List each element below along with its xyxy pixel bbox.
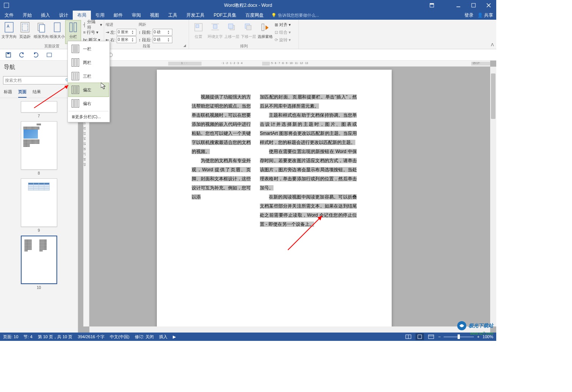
selection-pane-button[interactable]: 选择窗格 xyxy=(257,20,273,44)
tell-me-input[interactable]: 💡 告诉我您想要做什么... xyxy=(268,11,322,20)
columns-option-more[interactable]: ≣ 更多分栏(C)... xyxy=(69,112,109,121)
watermark: 极光下载站 www.xz7.com xyxy=(456,320,493,331)
window-controls xyxy=(424,0,496,11)
columns-option-two[interactable]: 两栏 xyxy=(69,56,109,69)
position-button[interactable]: 位置 xyxy=(191,20,206,44)
text-direction-button[interactable]: A文字方向 xyxy=(2,20,17,44)
indent-right-row: ⇤右:0 厘米▲▼ xyxy=(106,36,136,44)
bring-forward-button[interactable]: 上移一层 xyxy=(224,20,240,44)
send-backward-button[interactable]: 下移一层 xyxy=(241,20,256,44)
tab-insert[interactable]: 插入 xyxy=(36,11,55,20)
group-button[interactable]: ⊡组合▾ xyxy=(275,28,291,36)
space-before-row: ↕段前:0 磅▲▼ xyxy=(139,28,172,36)
wrap-text-button[interactable]: 环绕文字 xyxy=(207,20,223,44)
status-macro-icon[interactable]: ▶ xyxy=(173,334,176,339)
tab-design[interactable]: 设计 xyxy=(55,11,73,20)
vertical-scrollbar[interactable] xyxy=(490,67,496,326)
thumb-page-7[interactable]: 7 xyxy=(0,101,78,118)
align-button[interactable]: ⊞对齐▾ xyxy=(275,21,291,28)
status-page-count[interactable]: 第 10 页，共 10 页 xyxy=(38,334,73,340)
watermark-logo-icon xyxy=(456,320,467,331)
orientation-button[interactable]: 纸张方向 xyxy=(34,20,49,44)
tab-references[interactable]: 引用 xyxy=(91,11,109,20)
scrollbar-thumb[interactable] xyxy=(491,73,495,119)
tab-layout[interactable]: 布局 xyxy=(73,11,91,20)
tab-tools[interactable]: 工具 xyxy=(164,11,182,20)
indent-left-icon: ⇥ xyxy=(106,30,109,35)
paragraph-dialog-launcher[interactable]: ◢ xyxy=(183,44,188,48)
redo-button[interactable] xyxy=(32,51,39,59)
svg-rect-31 xyxy=(47,53,52,57)
login-button[interactable]: 登录 xyxy=(464,12,474,19)
line-numbers-button[interactable]: ≡行号▾ xyxy=(83,28,102,36)
collapse-ribbon-icon[interactable]: ᐱ xyxy=(491,42,494,47)
align-icon: ⊞ xyxy=(275,22,278,27)
thumb-page-8[interactable]: ████ ████████████████████ ██████████████… xyxy=(0,121,78,175)
nav-tab-headings[interactable]: 标题 xyxy=(4,87,12,98)
status-track-changes[interactable]: 修订: 关闭 xyxy=(135,334,154,340)
dropdown-arrow-icon: ▾ xyxy=(100,22,102,27)
svg-marker-26 xyxy=(266,25,269,30)
tab-file[interactable]: 文件 xyxy=(0,11,18,20)
document-column-right: 加匹配的封面、页眉和提要栏。单击"插入"，然后从不同库中选择所需元素。 主题和样… xyxy=(260,92,357,229)
tab-home[interactable]: 开始 xyxy=(18,11,36,20)
columns-dropdown-menu: 一栏 两栏 三栏 偏左 偏右 ≣ 更多分栏(C)... xyxy=(67,41,110,122)
orientation-icon xyxy=(35,21,47,33)
save-button[interactable] xyxy=(5,51,12,59)
share-button[interactable]: 👤 共享 xyxy=(477,12,493,19)
horizontal-scrollbar[interactable] xyxy=(89,326,490,333)
undo-button[interactable] xyxy=(18,51,26,59)
ribbon-display-options-icon[interactable] xyxy=(424,0,439,11)
thumb-page-10[interactable]: ████████████████████████████████████████… xyxy=(0,236,78,290)
lightbulb-icon: 💡 xyxy=(271,13,277,18)
tab-pdf[interactable]: PDF工具集 xyxy=(209,11,241,20)
svg-rect-22 xyxy=(228,24,233,28)
document-page[interactable]: 视频提供了功能强大的方法帮助您证明您的观点。当您单击联机视频时，可以在想要添加的… xyxy=(157,70,392,333)
svg-rect-10 xyxy=(22,24,28,31)
close-button[interactable] xyxy=(481,0,496,11)
title-bar: Word教程2.docx - Word xyxy=(0,0,496,11)
zoom-slider[interactable] xyxy=(444,336,474,337)
svg-rect-28 xyxy=(7,53,9,54)
status-section[interactable]: 节: 4 xyxy=(23,334,32,340)
nav-search-input[interactable]: 搜索文档 🔍▾ xyxy=(3,76,75,84)
columns-button[interactable]: 分栏 xyxy=(66,20,81,44)
columns-option-right[interactable]: 偏右 xyxy=(69,97,109,110)
indent-right-input[interactable]: 0 厘米▲▼ xyxy=(117,36,136,43)
nav-tab-results[interactable]: 结果 xyxy=(33,87,41,98)
indent-left-input[interactable]: 0 厘米▲▼ xyxy=(117,29,136,36)
columns-option-one[interactable]: 一栏 xyxy=(69,42,109,56)
tab-review[interactable]: 审阅 xyxy=(127,11,145,20)
minimize-button[interactable] xyxy=(451,0,466,11)
zoom-out-button[interactable]: − xyxy=(438,334,441,339)
space-after-input[interactable]: 0 磅▲▼ xyxy=(153,36,172,43)
svg-rect-42 xyxy=(418,335,422,339)
margins-button[interactable]: 页边距 xyxy=(17,20,33,44)
spacing-header: 间距 xyxy=(139,21,172,28)
rotate-button[interactable]: ⟳旋转▾ xyxy=(275,36,291,44)
tab-mailings[interactable]: 邮件 xyxy=(109,11,127,20)
tab-baidu[interactable]: 百度网盘 xyxy=(241,11,268,20)
size-button[interactable]: 纸张大小 xyxy=(50,20,65,44)
print-layout-button[interactable] xyxy=(416,333,424,340)
status-word-count[interactable]: 394/2616 个字 xyxy=(78,334,105,340)
qat-btn-4[interactable] xyxy=(45,51,53,59)
space-before-input[interactable]: 0 磅▲▼ xyxy=(153,29,172,36)
svg-rect-2 xyxy=(430,3,434,5)
breaks-button[interactable]: ┤分隔符▾ xyxy=(83,21,102,28)
read-mode-button[interactable] xyxy=(404,333,413,340)
thumb-page-9[interactable]: 9 xyxy=(0,178,78,233)
maximize-button[interactable] xyxy=(466,0,481,11)
indent-left-row: ⇥左:0 厘米▲▼ xyxy=(106,28,136,36)
web-layout-button[interactable] xyxy=(427,333,435,340)
status-language[interactable]: 中文(中国) xyxy=(110,334,129,340)
horizontal-ruler[interactable]: 1 · · · 1 · 2 · 1 · 2 · 3 · 4 · 5 · 6 · … xyxy=(89,61,490,67)
page-thumbnails: 7 ████ ████████████████████ ████████████… xyxy=(0,98,78,333)
nav-tab-pages[interactable]: 页面 xyxy=(18,87,27,98)
svg-rect-15 xyxy=(74,23,77,32)
columns-option-three[interactable]: 三栏 xyxy=(69,69,109,83)
tab-view[interactable]: 视图 xyxy=(145,11,164,20)
status-insert-mode[interactable]: 插入 xyxy=(159,334,167,340)
tab-developer[interactable]: 开发工具 xyxy=(182,11,209,20)
status-page[interactable]: 页面: 10 xyxy=(3,334,18,340)
